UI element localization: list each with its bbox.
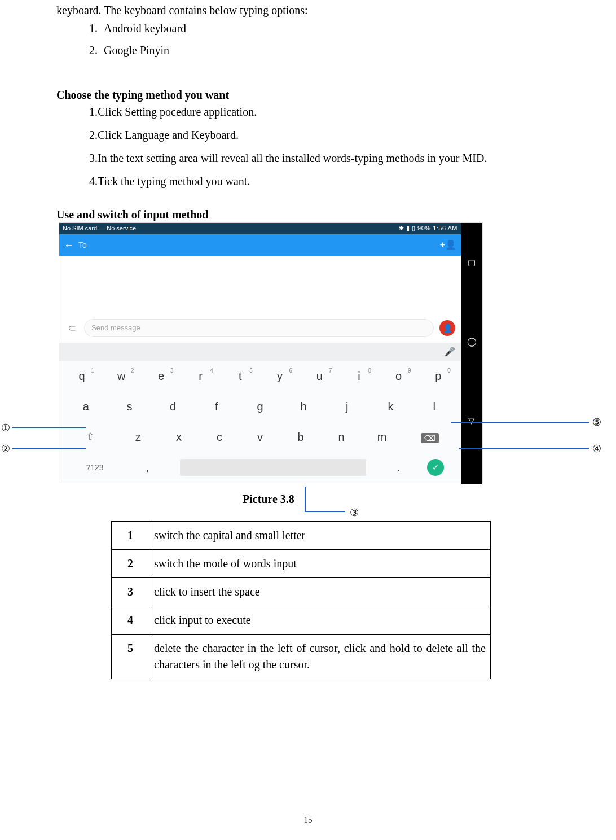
keyboard-options-list: 1.Android keyboard 2.Google Pinyin [89, 20, 186, 64]
list-item-text: Click Setting pocedure application. [98, 106, 257, 118]
list-item: 4.Tick the typing method you want. [89, 173, 487, 190]
to-field[interactable]: To [78, 239, 87, 251]
callout-3: ③ [350, 505, 359, 520]
callout-5: ⑤ [592, 415, 601, 430]
callout-line [305, 487, 306, 511]
key-q[interactable]: q1 [65, 368, 99, 384]
legend-number: 2 [112, 550, 149, 578]
list-item: 3.In the text setting area will reveal a… [89, 150, 487, 167]
legend-text: switch the capital and small letter [149, 522, 491, 550]
legend-number: 3 [112, 578, 149, 606]
comma-key[interactable]: , [130, 460, 164, 476]
list-item-text: In the text setting area will reveal all… [98, 152, 487, 164]
legend-text: delete the character in the left of curs… [149, 635, 491, 679]
symbols-key[interactable]: ?123 [71, 462, 119, 473]
intro-text: keyboard. The keyboard contains below ty… [56, 2, 308, 19]
on-screen-keyboard: q1 w2 e3 r4 t5 y6 u7 i8 o9 p0 a s d f g … [59, 361, 461, 483]
key-u[interactable]: u7 [302, 368, 336, 384]
list-item-text: Click Language and Keyboard. [98, 129, 239, 141]
key-z[interactable]: z [121, 429, 155, 445]
list-item: 1.Android keyboard [89, 20, 186, 37]
key-n[interactable]: n [324, 429, 358, 445]
key-x[interactable]: x [162, 429, 196, 445]
keyboard-row: ?123 , . ✓ [59, 452, 461, 483]
list-item-text: Android keyboard [104, 22, 186, 34]
keyboard-row: a s d f g h j k l [59, 391, 461, 422]
message-input[interactable]: Send message [84, 319, 434, 337]
microphone-icon[interactable]: 🎤 [438, 345, 461, 358]
choose-steps-list: 1.Click Setting pocedure application. 2.… [89, 104, 487, 196]
backspace-key[interactable]: ⌫ [406, 429, 454, 445]
status-left-text: No SIM card — No service [63, 224, 136, 233]
page-number: 15 [0, 814, 616, 826]
key-m[interactable]: m [365, 429, 399, 445]
list-item-text: Google Pinyin [104, 44, 169, 56]
legend-text: switch the mode of words input [149, 550, 491, 578]
legend-table: 1switch the capital and small letter 2sw… [111, 521, 491, 679]
key-w[interactable]: w2 [104, 368, 138, 384]
use-switch-heading: Use and switch of input method [56, 207, 208, 223]
callout-1: ① [1, 421, 10, 435]
suggestion-bar: 🎤 [59, 343, 461, 361]
key-b[interactable]: b [284, 429, 318, 445]
document-page: keyboard. The keyboard contains below ty… [0, 0, 616, 840]
space-key[interactable] [180, 459, 366, 476]
list-item: 2.Click Language and Keyboard. [89, 127, 487, 143]
callout-line [459, 448, 589, 449]
key-a[interactable]: a [69, 399, 103, 415]
table-row: 2switch the mode of words input [112, 550, 491, 578]
key-c[interactable]: c [203, 429, 236, 445]
system-nav-bar: ▢ ◯ ▽ [461, 223, 482, 484]
key-d[interactable]: d [156, 399, 190, 415]
table-row: 1switch the capital and small letter [112, 522, 491, 550]
key-v[interactable]: v [243, 429, 277, 445]
callout-line [12, 448, 86, 449]
status-right-text: ✱ ▮ ▯ 90% 1:56 AM [399, 224, 457, 233]
key-y[interactable]: y6 [263, 368, 297, 384]
callout-line [12, 427, 86, 428]
keyboard-row: ⇧ z x c v b n m ⌫ [59, 422, 461, 452]
legend-number: 5 [112, 635, 149, 679]
back-arrow-icon[interactable]: ← [59, 238, 78, 252]
key-f[interactable]: f [200, 399, 234, 415]
table-row: 5delete the character in the left of cur… [112, 635, 491, 679]
key-o[interactable]: o9 [382, 368, 416, 384]
list-item: 1.Click Setting pocedure application. [89, 104, 487, 120]
home-button[interactable]: ◯ [461, 336, 482, 348]
key-i[interactable]: i8 [342, 368, 376, 384]
choose-heading: Choose the typing method you want [56, 87, 229, 103]
keyboard-row: q1 w2 e3 r4 t5 y6 u7 i8 o9 p0 [59, 361, 461, 391]
list-item-text: Tick the typing method you want. [98, 175, 250, 187]
key-j[interactable]: j [330, 399, 364, 415]
key-t[interactable]: t5 [223, 368, 257, 384]
recent-apps-button[interactable]: ▢ [461, 257, 482, 269]
add-contact-icon[interactable]: +👤 [440, 238, 456, 251]
period-key[interactable]: . [382, 460, 416, 476]
key-h[interactable]: h [287, 399, 320, 415]
key-l[interactable]: l [417, 399, 451, 415]
callout-4: ④ [592, 441, 601, 456]
callout-line [451, 422, 589, 423]
callout-line [305, 511, 345, 512]
attach-icon[interactable]: ⊂ [59, 321, 84, 335]
app-bar: ← To +👤 [59, 234, 461, 256]
key-g[interactable]: g [243, 399, 277, 415]
screenshot: ▢ ◯ ▽ No SIM card — No service ✱ ▮ ▯ 90%… [59, 222, 483, 483]
table-row: 4click input to execute [112, 606, 491, 635]
enter-key[interactable]: ✓ [427, 459, 444, 476]
shift-key[interactable]: ⇧ [66, 430, 115, 444]
key-k[interactable]: k [374, 399, 408, 415]
table-row: 3click to insert the space [112, 578, 491, 606]
key-e[interactable]: e3 [144, 368, 178, 384]
message-row: ⊂ Send message 👤 [59, 316, 461, 340]
back-button[interactable]: ▽ [461, 415, 482, 427]
status-bar: No SIM card — No service ✱ ▮ ▯ 90% 1:56 … [59, 223, 461, 234]
legend-text: click input to execute [149, 606, 491, 635]
send-button[interactable]: 👤 [439, 320, 455, 336]
figure-caption: Picture 3.8 [243, 491, 294, 508]
key-r[interactable]: r4 [184, 368, 218, 384]
key-p[interactable]: p0 [421, 368, 455, 384]
legend-text: click to insert the space [149, 578, 491, 606]
key-s[interactable]: s [112, 399, 146, 415]
legend-number: 1 [112, 522, 149, 550]
